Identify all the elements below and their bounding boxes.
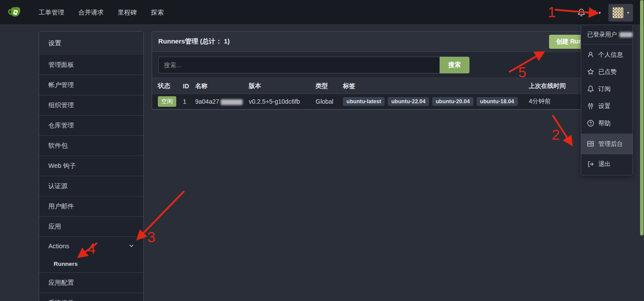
plus-icon: + xyxy=(593,8,598,17)
runner-id-cell: 1 xyxy=(183,98,195,105)
sidebar-item-auth-sources[interactable]: 认证源 xyxy=(39,176,143,196)
sidebar-header: 设置 xyxy=(39,32,143,55)
label-tag: ubuntu-22.04 xyxy=(388,97,429,106)
table-header: 状态 ID 名称 版本 类型 标签 上次在线时间 xyxy=(152,78,605,94)
runners-panel: Runners管理 (总计： 1) 创建 Runner 搜索 状态 ID 名称 … xyxy=(152,31,605,110)
server-icon xyxy=(587,141,594,147)
redacted-name-blur xyxy=(221,99,243,105)
search-form: 搜索 xyxy=(158,57,469,73)
sidebar-item-app-config[interactable]: 应用配置 xyxy=(39,272,143,293)
bell-icon xyxy=(587,86,594,92)
label-tag: ubuntu-20.04 xyxy=(432,97,473,106)
sidebar-item-webhooks[interactable]: Web 钩子 xyxy=(39,156,143,176)
runner-version-cell: v0.2.5+5-g10dc6fb xyxy=(249,98,316,105)
col-status: 状态 xyxy=(158,82,183,90)
menu-item-subscriptions[interactable]: 订阅 xyxy=(581,80,633,98)
col-version: 版本 xyxy=(249,82,316,90)
runner-type-cell: Global xyxy=(316,98,343,105)
search-section: 搜索 xyxy=(152,51,605,78)
sidebar-item-user-emails[interactable]: 用户邮件 xyxy=(39,196,143,216)
sidebar-item-repositories[interactable]: 仓库管理 xyxy=(39,115,143,135)
sidebar-item-system-notices[interactable]: 系统提示 xyxy=(39,293,143,301)
menu-item-admin-panel[interactable]: 管理后台 xyxy=(581,134,633,154)
runner-status-cell: 空闲 xyxy=(158,96,183,107)
admin-sidebar: 设置 管理面板 帐户管理 组织管理 仓库管理 软件包 Web 钩子 认证源 用户… xyxy=(39,31,144,301)
sidebar-item-packages[interactable]: 软件包 xyxy=(39,135,143,156)
star-icon xyxy=(587,69,594,75)
user-avatar-button[interactable]: ▾ xyxy=(608,4,633,22)
table-row: 空闲 1 9a04a27 v0.2.5+5-g10dc6fb Global ub… xyxy=(152,94,605,109)
nav-link-pulls[interactable]: 合并请求 xyxy=(78,8,104,17)
runner-name-cell: 9a04a27 xyxy=(195,98,249,105)
avatar xyxy=(612,7,624,18)
create-new-dropdown[interactable]: + ▾ xyxy=(593,8,601,17)
sidebar-item-applications[interactable]: 应用 xyxy=(39,216,143,236)
signed-in-user-label: 已登录用户 xyxy=(581,25,633,44)
nav-link-explore[interactable]: 探索 xyxy=(151,8,164,17)
menu-item-profile[interactable]: 个人信息 xyxy=(581,46,633,63)
nav-link-milestones[interactable]: 里程碑 xyxy=(118,8,137,17)
top-navbar: 工单管理 合并请求 里程碑 探索 + ▾ ▾ xyxy=(0,0,644,25)
annotation-number-3: 3 xyxy=(147,229,155,245)
caret-down-icon: ▾ xyxy=(599,11,601,15)
sidebar-item-dashboard[interactable]: 管理面板 xyxy=(39,55,143,75)
caret-down-icon: ▾ xyxy=(627,11,629,15)
sidebar-item-runners[interactable]: Runners xyxy=(39,255,143,272)
nav-link-issues[interactable]: 工单管理 xyxy=(39,8,64,17)
label-tag: ubuntu-latest xyxy=(343,97,385,106)
question-icon xyxy=(587,120,594,127)
scrollbar-thumb[interactable] xyxy=(640,0,644,236)
annotation-arrow-3 xyxy=(138,191,184,238)
search-input[interactable] xyxy=(158,57,440,73)
annotation-number-2: 2 xyxy=(552,127,560,143)
page-title: Runners管理 (总计： 1) xyxy=(158,37,230,46)
label-tag: ubuntu-18.04 xyxy=(477,97,518,106)
col-name: 名称 xyxy=(195,82,249,90)
menu-item-settings[interactable]: 设置 xyxy=(581,98,633,115)
chevron-down-icon xyxy=(129,243,134,250)
redacted-username-blur xyxy=(619,32,633,37)
col-labels: 标签 xyxy=(343,82,529,90)
menu-item-help[interactable]: 帮助 xyxy=(581,115,633,132)
sidebar-item-actions[interactable]: Actions xyxy=(39,236,143,255)
navbar-right: + ▾ ▾ xyxy=(578,0,633,25)
sidebar-item-accounts[interactable]: 帐户管理 xyxy=(39,75,143,95)
search-button[interactable]: 搜索 xyxy=(440,57,469,73)
tools-icon xyxy=(587,103,594,109)
person-icon xyxy=(587,51,594,58)
runner-labels-cell: ubuntu-latest ubuntu-22.04 ubuntu-20.04 … xyxy=(343,97,529,106)
sidebar-item-organizations[interactable]: 组织管理 xyxy=(39,95,143,115)
notifications-bell-icon[interactable] xyxy=(578,9,585,16)
menu-item-sign-out[interactable]: 退出 xyxy=(581,154,633,174)
runners-panel-header: Runners管理 (总计： 1) 创建 Runner xyxy=(152,32,605,51)
status-badge: 空闲 xyxy=(158,96,176,107)
col-type: 类型 xyxy=(316,82,343,90)
gitea-logo-icon[interactable] xyxy=(7,5,22,20)
col-id: ID xyxy=(183,83,195,90)
annotation-arrow-2 xyxy=(553,115,571,144)
menu-item-starred[interactable]: 已点赞 xyxy=(581,63,633,80)
sign-out-icon xyxy=(587,161,594,167)
user-dropdown-menu: 已登录用户 个人信息 已点赞 订阅 设置 帮助 管理后台 退出 xyxy=(581,25,633,175)
nav-links: 工单管理 合并请求 里程碑 探索 xyxy=(39,0,164,25)
